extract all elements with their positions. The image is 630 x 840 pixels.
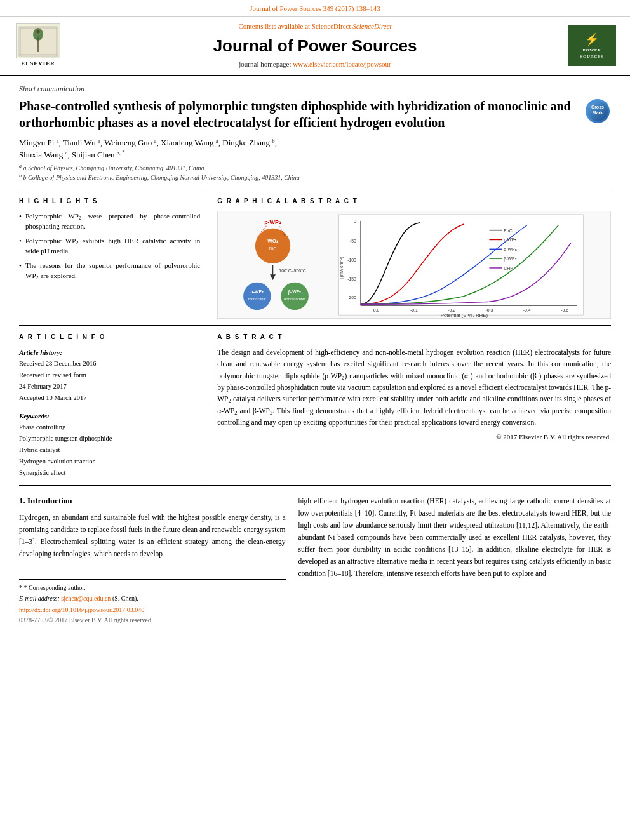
graphical-abstract-label: G R A P H I C A L A B S T R A C T (217, 197, 611, 206)
graphical-abstract-column: G R A P H I C A L A B S T R A C T WO₃ Ni… (208, 190, 611, 325)
highlight-item-3: The reasons for the superior performance… (19, 260, 200, 281)
email-address: E-mail address: sjchen@cqu.edu.cn (S. Ch… (19, 594, 286, 603)
svg-text:j (mA cm⁻²): j (mA cm⁻²) (339, 257, 344, 279)
homepage-link[interactable]: www.elsevier.com/locate/jpowsour (293, 60, 391, 68)
graphical-abstract-image: WO₃ NiC 700°C–950°C α-WP₂ monoclinic β-W… (217, 211, 611, 319)
keywords-label: Keywords: (19, 410, 200, 422)
article-history: Article history: Received 28 December 20… (19, 347, 200, 404)
highlight-item-2: Polymorphic WP2 exhibits high HER cataly… (19, 236, 200, 257)
graphical-abstract-svg: WO₃ NiC 700°C–950°C α-WP₂ monoclinic β-W… (218, 211, 610, 318)
introduction-section: 1. Introduction Hydrogen, an abundant an… (19, 495, 611, 625)
keyword-3: Hybrid catalyst (19, 444, 200, 456)
keyword-1: Phase controlling (19, 422, 200, 433)
svg-text:Cross: Cross (591, 105, 604, 109)
email-link[interactable]: sjchen@cqu.edu.cn (61, 595, 111, 602)
accepted-date: Accepted 10 March 2017 (19, 392, 200, 404)
svg-point-3 (33, 28, 43, 41)
crossmark-logo: Cross Mark (584, 98, 611, 124)
keyword-4: Hydrogen evolution reaction (19, 456, 200, 467)
article-title: Phase-controlled synthesis of polymorphi… (19, 98, 578, 131)
svg-point-4 (36, 30, 39, 33)
svg-text:orthorhombic: orthorhombic (284, 297, 306, 301)
svg-text:-150: -150 (347, 276, 356, 281)
article-body: Short communication Phase-controlled syn… (0, 76, 630, 637)
svg-text:β-WP₂: β-WP₂ (288, 290, 302, 295)
crossmark-icon: Cross Mark (586, 99, 610, 123)
doi-link: http://dx.doi.org/10.1016/j.jpowsour.201… (19, 606, 286, 615)
article-info-label: A R T I C L E I N F O (19, 333, 200, 342)
intro-right-column: high efficient hydrogen evolution reacti… (298, 495, 611, 625)
elsevier-logo-image (16, 23, 60, 58)
received-date: Received 28 December 2016 (19, 358, 200, 370)
power-sources-logo-img: ⚡ POWERSOURCES (568, 25, 616, 66)
intro-left-text: Hydrogen, an abundant and sustainable fu… (19, 512, 286, 560)
svg-text:-50: -50 (350, 239, 356, 243)
sciencedirect-label: Contents lists available at ScienceDirec… (70, 22, 560, 31)
svg-text:Potential (V vs. RHE): Potential (V vs. RHE) (441, 312, 488, 318)
elsevier-text: ELSEVIER (21, 60, 55, 68)
svg-point-14 (243, 282, 271, 309)
history-label: Article history: (19, 347, 200, 359)
journal-header: ELSEVIER Contents lists available at Sci… (0, 17, 630, 76)
svg-text:-100: -100 (347, 258, 356, 262)
svg-text:700°C–950°C: 700°C–950°C (279, 269, 306, 273)
svg-text:-0.1: -0.1 (410, 308, 418, 312)
svg-text:p-WP₂: p-WP₂ (264, 218, 281, 225)
svg-text:-0.4: -0.4 (523, 308, 531, 312)
footnotes: * * Corresponding author. E-mail address… (19, 579, 286, 625)
received-revised-label: Received in revised form (19, 370, 200, 381)
svg-point-17 (281, 282, 309, 309)
journal-homepage: journal homepage: www.elsevier.com/locat… (70, 60, 560, 69)
article-title-row: Phase-controlled synthesis of polymorphi… (19, 98, 611, 131)
highlights-column: H I G H L I G H T S Polymorphic WP2 were… (19, 190, 208, 325)
svg-text:α-WP₂: α-WP₂ (251, 290, 264, 294)
highlights-label: H I G H L I G H T S (19, 197, 200, 206)
svg-text:monoclinic: monoclinic (248, 297, 266, 301)
svg-text:p-WP₂: p-WP₂ (504, 237, 516, 243)
revised-date: 24 February 2017 (19, 381, 200, 392)
svg-text:Pt/C: Pt/C (504, 228, 512, 232)
highlights-list: Polymorphic WP2 were prepared by phase-c… (19, 211, 200, 281)
highlights-graphical-section: H I G H L I G H T S Polymorphic WP2 were… (19, 190, 611, 326)
svg-text:WO₃: WO₃ (267, 238, 279, 244)
intro-heading: 1. Introduction (19, 495, 286, 507)
doi-anchor[interactable]: http://dx.doi.org/10.1016/j.jpowsour.201… (19, 606, 144, 613)
authors: Mingyu Pi a, Tianli Wu a, Weimeng Guo a,… (19, 137, 611, 160)
intro-right-text: high efficient hydrogen evolution reacti… (298, 495, 611, 580)
journal-citation: Journal of Power Sources 349 (2017) 138–… (250, 4, 380, 12)
svg-rect-23 (339, 215, 584, 315)
svg-text:NiC: NiC (269, 246, 277, 251)
svg-text:0: 0 (354, 219, 356, 223)
keyword-5: Synergistic effect (19, 467, 200, 479)
abstract-text: The design and development of high-effic… (217, 347, 611, 443)
journal-logo: ⚡ POWERSOURCES (566, 25, 617, 66)
svg-text:α-WP₂: α-WP₂ (504, 247, 516, 251)
keywords-section: Keywords: Phase controlling Polymorphic … (19, 410, 200, 479)
svg-text:CHP: CHP (504, 266, 513, 270)
journal-title: Journal of Power Sources (70, 34, 560, 57)
issn-info: 0378-7753/© 2017 Elsevier B.V. All right… (19, 616, 286, 625)
elsevier-logo: ELSEVIER (13, 23, 64, 68)
article-info-column: A R T I C L E I N F O Article history: R… (19, 326, 208, 485)
abstract-column: A B S T R A C T The design and developme… (208, 326, 611, 485)
abstract-label: A B S T R A C T (217, 333, 611, 342)
highlight-item-1: Polymorphic WP2 were prepared by phase-c… (19, 211, 200, 232)
svg-text:Mark: Mark (593, 110, 603, 115)
article-info-abstract-section: A R T I C L E I N F O Article history: R… (19, 326, 611, 486)
journal-info-bar: Journal of Power Sources 349 (2017) 138–… (0, 0, 630, 17)
article-type: Short communication (19, 84, 611, 95)
svg-text:β-WP₂: β-WP₂ (504, 257, 516, 262)
svg-text:-200: -200 (347, 295, 356, 300)
journal-title-area: Contents lists available at ScienceDirec… (70, 22, 560, 69)
svg-text:-0.6: -0.6 (561, 308, 568, 312)
intro-left-column: 1. Introduction Hydrogen, an abundant an… (19, 495, 286, 625)
affiliations: a a School of Physics, Chongqing Univers… (19, 163, 611, 182)
copyright-notice: © 2017 Elsevier B.V. All rights reserved… (217, 432, 611, 443)
keyword-2: Polymorphic tungsten diphosphide (19, 433, 200, 444)
corresponding-author: * * Corresponding author. (19, 583, 286, 592)
bolt-icon: ⚡ (585, 32, 599, 48)
svg-text:0.0: 0.0 (373, 308, 380, 312)
